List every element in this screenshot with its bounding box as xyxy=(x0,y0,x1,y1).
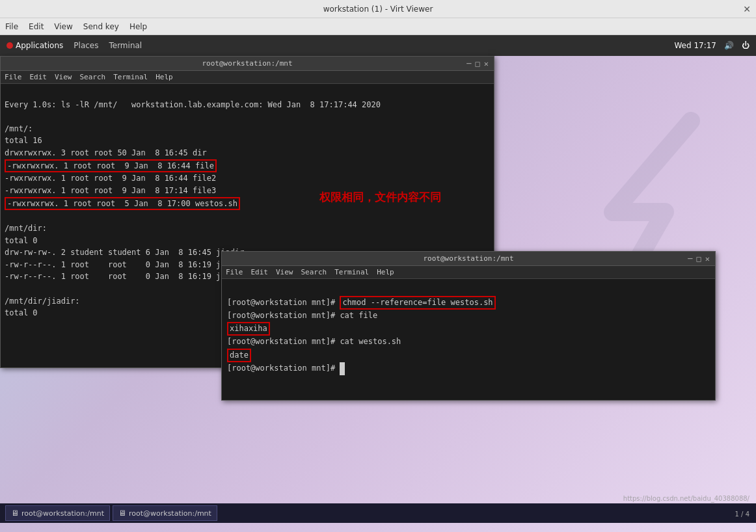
taskbar-label-1: root@workstation:/mnt xyxy=(21,509,104,518)
terminal2-maximize[interactable]: □ xyxy=(697,254,701,263)
taskbar-right: Wed 17:17 🔊 ⏻ xyxy=(674,41,749,50)
terminal2-titlebar: root@workstation:/mnt ─ □ ✕ xyxy=(222,252,715,266)
t2-menu-search[interactable]: Search xyxy=(301,268,327,276)
t1-menu-file[interactable]: File xyxy=(5,73,22,81)
t1-menu-edit[interactable]: Edit xyxy=(30,73,47,81)
t2-menu-edit[interactable]: Edit xyxy=(251,268,269,276)
t1-dir-header: /mnt/dir: xyxy=(5,224,47,233)
outer-close-btn[interactable]: ✕ xyxy=(743,4,751,14)
t1-file2-line: -rwxrwxrwx. 1 root root 9 Jan 8 16:44 fi… xyxy=(5,174,216,183)
bottom-taskbar: 🖥 root@workstation:/mnt 🖥 root@workstati… xyxy=(0,503,756,523)
t2-cat-westos-line: [root@workstation mnt]# cat westos.sh xyxy=(227,337,401,346)
volume-icon[interactable]: 🔊 xyxy=(724,41,734,50)
t2-menu-help[interactable]: Help xyxy=(377,268,394,276)
desktop: root@workstation:/mnt ─ □ ✕ File Edit Vi… xyxy=(0,56,756,523)
terminal2-title: root@workstation:/mnt xyxy=(423,254,513,263)
t2-xihaxiha-highlight: xihaxiha xyxy=(227,322,270,336)
outer-titlebar: workstation (1) - Virt Viewer ✕ xyxy=(0,0,756,18)
app-dot xyxy=(7,42,13,49)
t2-date-line: date xyxy=(227,351,251,360)
page-indicator: 1 / 4 xyxy=(735,511,749,518)
terminal1-title: root@workstation:/mnt xyxy=(202,59,292,68)
terminal1-maximize[interactable]: □ xyxy=(476,59,480,68)
applications-label: Applications xyxy=(16,41,63,50)
menu-edit[interactable]: Edit xyxy=(29,22,44,31)
t1-menu-view[interactable]: View xyxy=(55,73,72,81)
t1-blank3 xyxy=(5,284,9,293)
taskbar-applications[interactable]: Applications xyxy=(7,41,63,50)
terminal1-controls: ─ □ ✕ xyxy=(466,59,489,68)
t1-line-blank1 xyxy=(5,112,9,121)
t1-file-highlight: -rwxrwxrwx. 1 root root 9 Jan 8 16:44 fi… xyxy=(5,159,217,173)
t2-chmod-line: [root@workstation mnt]# chmod --referenc… xyxy=(227,298,496,307)
t2-cat-file-line: [root@workstation mnt]# cat file xyxy=(227,311,377,320)
t1-file-line: -rwxrwxrwx. 1 root root 9 Jan 8 16:44 fi… xyxy=(5,161,217,170)
t1-dir-total: total 0 xyxy=(5,236,38,245)
t1-jiadir-header: /mnt/dir/jiadir: xyxy=(5,297,80,306)
t1-westos-line: -rwxrwxrwx. 1 root root 5 Jan 8 17:00 we… xyxy=(5,199,240,208)
t2-menu-view[interactable]: View xyxy=(276,268,293,276)
terminal2-body: [root@workstation mnt]# chmod --referenc… xyxy=(222,279,715,392)
taskbar-item-2[interactable]: 🖥 root@workstation:/mnt xyxy=(113,505,217,521)
t2-xihaxiha-line: xihaxiha xyxy=(227,324,270,333)
t2-prompt-line: [root@workstation mnt]# xyxy=(227,364,345,373)
t1-westos-highlight: -rwxrwxrwx. 1 root root 5 Jan 8 17:00 we… xyxy=(5,197,240,211)
term-icon-2: 🖥 xyxy=(118,509,126,518)
terminal2-minimize[interactable]: ─ xyxy=(688,254,692,263)
t2-menu-terminal[interactable]: Terminal xyxy=(334,268,369,276)
annotation-text: 权限相同，文件内容不同 xyxy=(319,190,441,205)
terminal1-close[interactable]: ✕ xyxy=(484,59,489,68)
terminal1-titlebar: root@workstation:/mnt ─ □ ✕ xyxy=(1,57,494,71)
taskbar-left: Applications Places Terminal xyxy=(7,41,142,50)
menu-sendkey[interactable]: Send key xyxy=(83,22,119,31)
menu-file[interactable]: File xyxy=(5,22,18,31)
power-icon[interactable]: ⏻ xyxy=(742,41,749,50)
t1-line-1: Every 1.0s: ls -lR /mnt/ workstation.lab… xyxy=(5,100,381,109)
t2-date-highlight: date xyxy=(227,349,251,362)
t1-jiafile2: -rw-r--r--. 1 root root 0 Jan 8 16:19 ji… xyxy=(5,260,254,269)
taskbar-terminal[interactable]: Terminal xyxy=(109,41,142,50)
terminal1-menubar: File Edit View Search Terminal Help xyxy=(1,71,494,84)
taskbar-item-1[interactable]: 🖥 root@workstation:/mnt xyxy=(5,505,110,521)
outer-title: workstation (1) - Virt Viewer xyxy=(323,5,433,14)
outer-menubar: File Edit View Send key Help xyxy=(0,18,756,35)
terminal-window-2: root@workstation:/mnt ─ □ ✕ File Edit Vi… xyxy=(221,251,716,401)
menu-view[interactable]: View xyxy=(54,22,72,31)
t2-chmod-highlight: chmod --reference=file westos.sh xyxy=(340,296,495,310)
clock: Wed 17:17 xyxy=(674,41,716,50)
t1-jiadir: drw-rw-rw-. 2 student student 6 Jan 8 16… xyxy=(5,248,244,257)
t1-jiadir-total: total 0 xyxy=(5,308,38,317)
terminal1-minimize[interactable]: ─ xyxy=(466,59,471,68)
terminal2-close[interactable]: ✕ xyxy=(705,254,710,263)
term-icon-1: 🖥 xyxy=(11,509,19,518)
t1-menu-help[interactable]: Help xyxy=(155,73,173,81)
t1-total: total 16 xyxy=(5,136,42,145)
watermark: https://blog.csdn.net/baidu_40388088/ xyxy=(623,495,749,502)
terminal2-controls: ─ □ ✕ xyxy=(688,254,710,263)
t2-menu-file[interactable]: File xyxy=(226,268,243,276)
t1-file3-line: -rwxrwxrwx. 1 root root 9 Jan 8 17:14 fi… xyxy=(5,186,216,195)
t1-blank2 xyxy=(5,211,9,220)
t1-jiajia: -rw-r--r--. 1 root root 0 Jan 8 16:19 ji… xyxy=(5,272,244,281)
t1-menu-search[interactable]: Search xyxy=(80,73,106,81)
gnome-taskbar: Applications Places Terminal Wed 17:17 🔊… xyxy=(0,35,756,56)
taskbar-places[interactable]: Places xyxy=(74,41,98,50)
terminal2-menubar: File Edit View Search Terminal Help xyxy=(222,266,715,279)
t1-mnt-header: /mnt/: xyxy=(5,124,33,133)
menu-help[interactable]: Help xyxy=(129,22,147,31)
t1-dir-line: drwxrwxrwx. 3 root root 50 Jan 8 16:45 d… xyxy=(5,148,207,157)
t1-menu-terminal[interactable]: Terminal xyxy=(113,73,148,81)
taskbar-label-2: root@workstation:/mnt xyxy=(129,509,211,518)
